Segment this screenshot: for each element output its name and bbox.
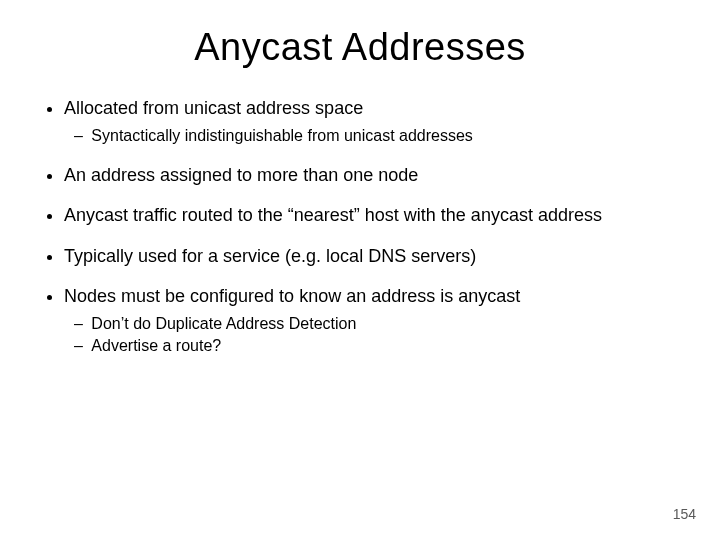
sub-bullet-text: Don’t do Duplicate Address Detection xyxy=(91,315,356,332)
sub-bullet-item: Advertise a route? xyxy=(92,336,684,356)
sub-bullet-item: Don’t do Duplicate Address Detection xyxy=(92,314,684,334)
bullet-item: Anycast traffic routed to the “nearest” … xyxy=(64,204,684,227)
sub-bullet-list: Don’t do Duplicate Address Detection Adv… xyxy=(64,314,684,356)
bullet-text: Allocated from unicast address space xyxy=(64,98,363,118)
sub-bullet-item: Syntactically indistinguishable from uni… xyxy=(92,126,684,146)
slide: Anycast Addresses Allocated from unicast… xyxy=(0,0,720,540)
bullet-list: Allocated from unicast address space Syn… xyxy=(36,97,684,356)
bullet-item: Nodes must be configured to know an addr… xyxy=(64,285,684,356)
bullet-text: An address assigned to more than one nod… xyxy=(64,165,418,185)
bullet-item: Allocated from unicast address space Syn… xyxy=(64,97,684,146)
slide-body: Allocated from unicast address space Syn… xyxy=(0,69,720,356)
slide-title: Anycast Addresses xyxy=(0,0,720,69)
bullet-text: Nodes must be configured to know an addr… xyxy=(64,286,520,306)
sub-bullet-text: Syntactically indistinguishable from uni… xyxy=(91,127,473,144)
bullet-text: Anycast traffic routed to the “nearest” … xyxy=(64,205,602,225)
bullet-item: An address assigned to more than one nod… xyxy=(64,164,684,187)
page-number: 154 xyxy=(673,506,696,522)
bullet-item: Typically used for a service (e.g. local… xyxy=(64,245,684,268)
sub-bullet-list: Syntactically indistinguishable from uni… xyxy=(64,126,684,146)
bullet-text: Typically used for a service (e.g. local… xyxy=(64,246,476,266)
sub-bullet-text: Advertise a route? xyxy=(91,337,221,354)
